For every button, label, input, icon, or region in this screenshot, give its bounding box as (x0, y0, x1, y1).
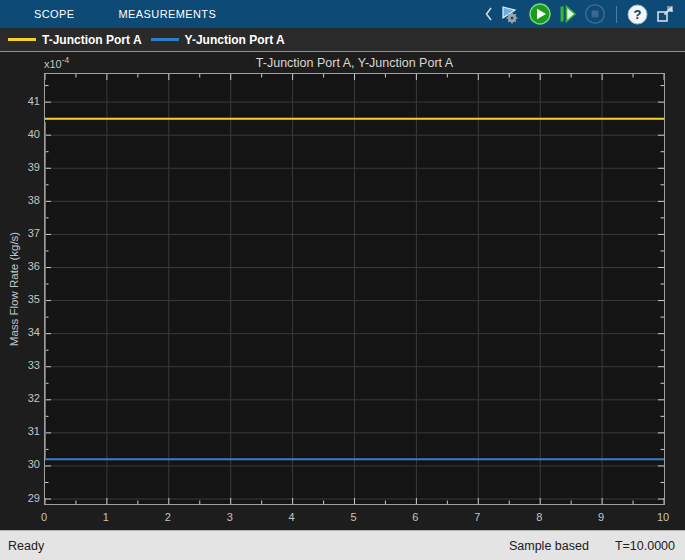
legend-item-y-junction[interactable]: Y-Junction Port A (151, 33, 285, 47)
x-tick-label: 6 (395, 511, 435, 524)
x-tick-label: 3 (210, 511, 250, 524)
status-ready: Ready (8, 539, 44, 553)
y-tick-label: 38 (0, 194, 40, 207)
y-tick-label: 30 (0, 458, 40, 471)
popout-icon[interactable] (655, 2, 675, 26)
status-bar: Ready Sample based T=10.0000 (0, 530, 685, 560)
y-tick-label: 37 (0, 227, 40, 240)
legend-item-t-junction[interactable]: T-Junction Port A (8, 33, 142, 47)
collapse-chevron-icon[interactable] (484, 2, 493, 26)
y-tick-label: 40 (0, 128, 40, 141)
y-tick-label: 36 (0, 260, 40, 273)
plot-axes-area[interactable] (44, 73, 665, 505)
y-tick-label: 29 (0, 492, 40, 505)
x-tick-label: 0 (24, 511, 64, 524)
scope-window: SCOPE MEASUREMENTS (0, 0, 685, 560)
legend-strip: T-Junction Port A Y-Junction Port A (0, 28, 685, 52)
tab-scope[interactable]: SCOPE (34, 8, 75, 20)
toolbar-divider (616, 6, 617, 23)
help-icon[interactable]: ? (627, 2, 648, 26)
x-tick-label: 9 (581, 511, 621, 524)
legend-label: Y-Junction Port A (185, 33, 285, 47)
x-tick-label: 5 (334, 511, 374, 524)
y-tick-label: 41 (0, 95, 40, 108)
plot-panel: x10-4 T-Junction Port A, Y-Junction Port… (0, 52, 685, 530)
help-glyph: ? (634, 7, 642, 22)
y-tick-label: 39 (0, 161, 40, 174)
y-tick-label: 33 (0, 359, 40, 372)
y-tick-label: 34 (0, 326, 40, 339)
legend-label: T-Junction Port A (42, 33, 142, 47)
y-tick-label: 35 (0, 293, 40, 306)
toolbar-icon-strip: ? (484, 0, 675, 28)
x-tick-label: 7 (457, 511, 497, 524)
y-tick-label: 32 (0, 392, 40, 405)
stop-icon[interactable] (584, 2, 606, 26)
status-sim-time: T=10.0000 (615, 539, 675, 553)
tab-measurements[interactable]: MEASUREMENTS (119, 8, 217, 20)
step-forward-icon[interactable] (558, 2, 577, 26)
y-tick-label: 31 (0, 425, 40, 438)
scope-settings-icon[interactable] (500, 2, 522, 26)
x-tick-label: 1 (86, 511, 126, 524)
toolstrip: SCOPE MEASUREMENTS (0, 0, 685, 28)
chart-title: T-Junction Port A, Y-Junction Port A (44, 56, 665, 70)
legend-line-sample-yellow (8, 38, 36, 41)
run-icon[interactable] (529, 2, 551, 26)
x-tick-label: 8 (519, 511, 559, 524)
x-tick-label: 10 (643, 511, 683, 524)
x-tick-label: 4 (272, 511, 312, 524)
status-sample-mode: Sample based (509, 539, 589, 553)
legend-line-sample-blue (151, 38, 179, 41)
x-tick-label: 2 (148, 511, 188, 524)
